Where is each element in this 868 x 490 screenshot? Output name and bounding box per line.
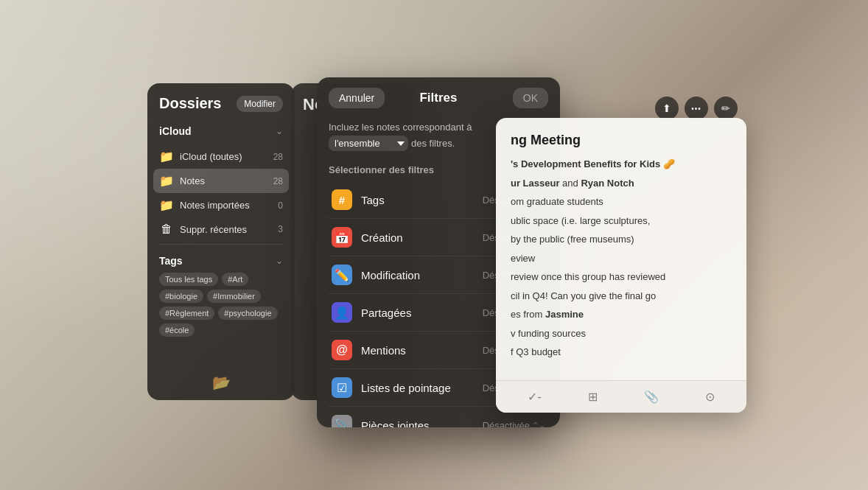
folder-icon-imported: 📁 xyxy=(159,198,174,212)
folder-item-imported[interactable]: 📁 Notes importées 0 xyxy=(153,193,289,217)
note-line-10: f Q3 budget xyxy=(511,345,732,360)
more-icon: ••• xyxy=(691,105,701,113)
folder-item-recent[interactable]: 🗑 Suppr. récentes 3 xyxy=(153,217,289,241)
more-button[interactable]: ••• xyxy=(685,97,708,120)
note-content: ng Meeting 's Development Benefits for K… xyxy=(496,118,746,379)
tag-chip-art[interactable]: #Art xyxy=(222,273,248,286)
note-line-0: 's Development Benefits for Kids 🥜 xyxy=(511,157,732,172)
icloud-label: iCloud xyxy=(159,125,192,137)
note-bottom-toolbar: ✓- ⊞ 📎 ⊙ xyxy=(496,380,746,413)
folder-name-recent: Suppr. récentes xyxy=(180,224,272,235)
note-tool-action[interactable]: ⊙ xyxy=(699,387,721,407)
filter-name-creation: Création xyxy=(361,231,474,244)
sidebar-dossiers: Dossiers Modifier iCloud ⌄ 📁 iCloud (tou… xyxy=(147,83,295,400)
tag-chip-ecole[interactable]: #école xyxy=(159,323,195,337)
modifier-button[interactable]: Modifier xyxy=(237,96,283,112)
filter-icon-listes: ☑ xyxy=(332,377,352,398)
filter-icon-tags: # xyxy=(332,189,352,210)
tag-chip-biologie[interactable]: #biologie xyxy=(159,290,203,303)
note-line-8: es from Jasmine xyxy=(511,307,732,322)
sidebar-title: Dossiers xyxy=(159,95,222,112)
folder-count-notes: 28 xyxy=(273,176,283,186)
tag-chip-all[interactable]: Tous les tags xyxy=(159,273,218,286)
icloud-section: iCloud ⌄ xyxy=(147,121,295,141)
checklist-icon: ✓- xyxy=(528,391,541,403)
folder-count-icloud: 28 xyxy=(273,152,283,162)
folder-name-icloud: iCloud (toutes) xyxy=(180,151,267,162)
note-line-3: ublic space (i.e. large sculptures, xyxy=(511,214,732,228)
note-line-4: by the public (free museums) xyxy=(511,232,732,247)
tags-chevron-icon: ⌄ xyxy=(276,256,283,266)
note-tool-attachment[interactable]: 📎 xyxy=(638,387,665,407)
filter-name-partages: Partagées xyxy=(361,307,474,319)
filter-name-listes: Listes de pointage xyxy=(361,382,474,394)
note-line-5: eview xyxy=(511,251,732,266)
filter-name-modification: Modification xyxy=(361,269,474,281)
note-detail-panel: ng Meeting 's Development Benefits for K… xyxy=(496,118,746,413)
filter-icon-mentions: @ xyxy=(332,340,352,360)
include-text: Incluez les notes correspondant à xyxy=(329,122,472,133)
folder-icon-notes: 📁 xyxy=(159,174,174,188)
folder-item-notes[interactable]: 📁 Notes 28 xyxy=(153,169,289,193)
share-button[interactable]: ⬆ xyxy=(655,97,679,120)
folder-name-imported: Notes importées xyxy=(180,200,272,211)
folder-count-recent: 3 xyxy=(278,224,283,234)
compose-icon: ✏ xyxy=(721,102,730,114)
share-icon: ⬆ xyxy=(662,102,671,114)
folder-icon-icloud: 📁 xyxy=(159,150,174,164)
filter-icon-partages: 👤 xyxy=(332,302,352,323)
table-icon: ⊞ xyxy=(588,391,598,403)
match-suffix: des filtres. xyxy=(411,138,455,149)
sidebar-divider xyxy=(159,244,283,245)
filter-chevron-pieces: ⌃⌄ xyxy=(532,421,545,428)
note-line-2: om graduate students xyxy=(511,195,732,209)
action-icon: ⊙ xyxy=(705,391,715,403)
filter-status-pieces: Désactivée ⌃⌄ xyxy=(483,420,545,428)
tag-chip-immobilier[interactable]: #Immobilier xyxy=(207,290,261,303)
sidebar-bottom: 📂 xyxy=(147,374,295,391)
note-body: 's Development Benefits for Kids 🥜 ur La… xyxy=(511,157,732,360)
note-line-9: v funding sources xyxy=(511,326,732,341)
attachment-icon: 📎 xyxy=(644,391,659,403)
folder-count-imported: 0 xyxy=(278,200,283,211)
tags-header-row: Tags ⌄ xyxy=(159,255,283,267)
tags-label: Tags xyxy=(159,255,183,267)
icloud-chevron-icon: ⌄ xyxy=(276,126,283,136)
modal-cancel-button[interactable]: Annuler xyxy=(329,88,385,108)
filter-name-tags: Tags xyxy=(361,194,474,206)
note-meeting-title: ng Meeting xyxy=(511,133,732,148)
filter-match-select[interactable]: l'ensemble n'importe quel xyxy=(329,136,408,151)
sidebar-header: Dossiers Modifier xyxy=(147,95,295,121)
folder-name-notes: Notes xyxy=(180,175,267,186)
tag-chips: Tous les tags #Art #biologie #Immobilier… xyxy=(159,273,283,343)
note-line-7: cil in Q4! Can you give the final go xyxy=(511,289,732,304)
note-tool-table[interactable]: ⊞ xyxy=(582,387,603,407)
note-line-6: review once this group has reviewed xyxy=(511,270,732,284)
tag-chip-reglement[interactable]: #Règlement xyxy=(159,307,214,320)
new-folder-button[interactable]: 📂 xyxy=(212,374,231,391)
filter-icon-creation: 📅 xyxy=(332,227,352,248)
filter-name-pieces: Pièces jointes xyxy=(361,419,474,428)
tags-section: Tags ⌄ Tous les tags #Art #biologie #Imm… xyxy=(147,248,295,343)
folder-icon-recent: 🗑 xyxy=(159,223,174,236)
filter-icon-modification: ✏️ xyxy=(332,265,352,285)
filter-name-mentions: Mentions xyxy=(361,344,474,357)
folder-item-icloud[interactable]: 📁 iCloud (toutes) 28 xyxy=(153,144,289,169)
note-line-1: ur Lasseur and Ryan Notch xyxy=(511,176,732,191)
folder-list: 📁 iCloud (toutes) 28 📁 Notes 28 📁 Notes … xyxy=(147,144,295,241)
icloud-row[interactable]: iCloud ⌄ xyxy=(159,121,283,141)
modal-title: Filtres xyxy=(419,91,457,105)
filter-icon-pieces: 📎 xyxy=(332,415,352,427)
note-tool-checklist[interactable]: ✓- xyxy=(522,387,547,407)
compose-button[interactable]: ✏ xyxy=(714,97,738,120)
tag-chip-psychologie[interactable]: #psychologie xyxy=(218,307,277,320)
